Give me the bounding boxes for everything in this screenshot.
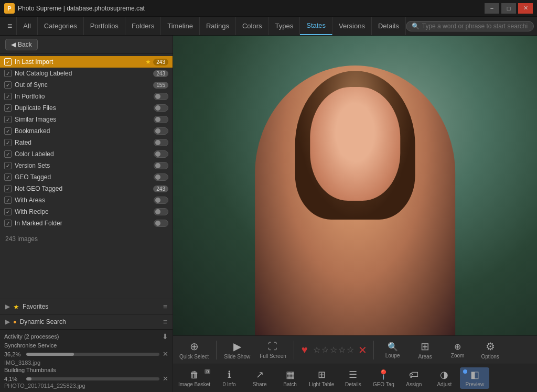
heart-icon[interactable]: ♥ (302, 344, 308, 356)
info-button[interactable]: ℹ 0 Info (214, 367, 244, 389)
tab-versions[interactable]: Versions (332, 17, 372, 35)
back-button[interactable]: ◀ Back (5, 39, 38, 50)
areas-button[interactable]: ⊞ Areas (410, 339, 441, 361)
tab-categories[interactable]: Categories (38, 17, 84, 35)
progress2-pct: 4,1% (4, 376, 23, 382)
reject-icon[interactable]: ✕ (358, 344, 367, 356)
toolbar1: ⊕ Quick Select ▶ Slide Show ⛶ Full Scree… (173, 335, 537, 364)
info-icon: ℹ (228, 369, 231, 380)
state-check: ✓ (4, 150, 12, 158)
adjust-button[interactable]: ◑ Adjust (429, 367, 459, 389)
tab-states[interactable]: States (300, 17, 332, 35)
state-item-not-geo-tagged[interactable]: ✓ Not GEO Tagged 243 (0, 183, 173, 194)
state-item-in-portfolio[interactable]: ✓ In Portfolio (0, 91, 173, 102)
close-button[interactable]: ✕ (518, 3, 533, 14)
state-item-not-catalog-labeled[interactable]: ✓ Not Catalog Labeled 243 (0, 68, 173, 79)
star2-icon[interactable]: ☆ (321, 345, 329, 355)
star3-icon[interactable]: ☆ (330, 345, 337, 355)
full-screen-button[interactable]: ⛶ Full Screen (255, 340, 291, 361)
zoom-button[interactable]: ⊕ Zoom (442, 340, 474, 360)
favorites-section[interactable]: ▶ ★ Favorites ≡ (0, 299, 173, 314)
preview-button[interactable]: ◧ Preview (460, 367, 489, 389)
tab-portfolios[interactable]: Portfolios (84, 17, 125, 35)
toggle-pill[interactable] (154, 208, 168, 215)
dynamic-search-label: Dynamic Search (20, 318, 163, 325)
tab-folders[interactable]: Folders (125, 17, 161, 35)
options-button[interactable]: ⚙ Options (475, 339, 506, 361)
image-basket-button[interactable]: 0 🗑 Image Basket (175, 368, 213, 389)
toggle-pill[interactable] (154, 173, 168, 181)
tab-colors[interactable]: Colors (236, 17, 269, 35)
state-badge: 243 (153, 186, 168, 192)
geo-tag-button[interactable]: 📍 GEO Tag (369, 367, 398, 389)
star1-icon[interactable]: ☆ (313, 345, 320, 355)
batch-icon: ▦ (286, 369, 295, 380)
toolbar2: 0 🗑 Image Basket ℹ 0 Info ↗ Share ▦ Batc… (173, 364, 537, 392)
search-bar[interactable]: 🔍 (406, 21, 534, 31)
options-label: Options (481, 354, 499, 360)
toggle-pill[interactable] (154, 139, 168, 146)
state-item-in-marked-folder[interactable]: ✓ In Marked Folder (0, 217, 173, 229)
state-label: Color Labeled (15, 150, 154, 158)
assign-button[interactable]: 🏷 Assign (399, 368, 428, 389)
progress1-close-button[interactable]: ✕ (163, 350, 168, 358)
maximize-button[interactable]: □ (501, 3, 516, 14)
state-label: Version Sets (15, 162, 154, 169)
state-check: ✓ (4, 185, 12, 192)
info-label: 0 Info (223, 382, 236, 387)
toggle-pill[interactable] (154, 220, 168, 227)
menu-icon[interactable]: ≡ (163, 318, 167, 326)
state-item-duplicate-files[interactable]: ✓ Duplicate Files (0, 102, 173, 114)
toggle-pill[interactable] (154, 127, 168, 135)
share-button[interactable]: ↗ Share (245, 367, 274, 389)
tab-details[interactable]: Details (372, 17, 406, 35)
state-label: With Recipe (15, 208, 154, 215)
state-label: Rated (15, 139, 154, 146)
hamburger-button[interactable]: ≡ (3, 21, 16, 31)
state-item-in-last-import[interactable]: ✓ In Last Import ★ 243 (0, 56, 173, 68)
state-item-similar-images[interactable]: ✓ Similar Images (0, 114, 173, 125)
state-check: ✓ (4, 104, 12, 112)
light-table-button[interactable]: ⊞ Light Table (306, 367, 337, 389)
quick-select-button[interactable]: ⊕ Quick Select (175, 339, 213, 361)
star4-icon[interactable]: ☆ (338, 345, 346, 355)
dynamic-search-section[interactable]: ▶ ● Dynamic Search ≡ (0, 314, 173, 330)
state-item-color-labeled[interactable]: ✓ Color Labeled (0, 148, 173, 160)
toggle-pill[interactable] (154, 116, 168, 123)
state-item-with-areas[interactable]: ✓ With Areas (0, 194, 173, 206)
star5-icon[interactable]: ☆ (347, 345, 354, 355)
preview-label: Preview (466, 382, 485, 387)
download-icon: ⬇ (162, 332, 168, 341)
tab-types[interactable]: Types (269, 17, 300, 35)
expand-arrow-icon: ▶ (5, 318, 10, 325)
tab-all[interactable]: All (16, 17, 37, 35)
tab-ratings[interactable]: Ratings (200, 17, 236, 35)
state-item-out-of-sync[interactable]: ✓ Out of Sync 155 (0, 79, 173, 91)
full-screen-icon: ⛶ (268, 341, 277, 352)
toggle-pill[interactable] (154, 197, 168, 204)
minimize-button[interactable]: − (485, 3, 499, 14)
options-icon: ⚙ (486, 340, 495, 353)
state-item-bookmarked[interactable]: ✓ Bookmarked (0, 125, 173, 137)
toggle-pill[interactable] (154, 162, 168, 169)
batch-button[interactable]: ▦ Batch (275, 367, 305, 389)
toggle-pill[interactable] (154, 150, 168, 158)
state-item-rated[interactable]: ✓ Rated (0, 137, 173, 148)
menu-icon[interactable]: ≡ (163, 302, 167, 311)
state-item-version-sets[interactable]: ✓ Version Sets (0, 160, 173, 171)
progress2-close-button[interactable]: ✕ (163, 375, 168, 383)
state-check: ✓ (4, 116, 12, 123)
adjust-icon: ◑ (440, 369, 448, 380)
star-rating: ☆ ☆ ☆ ☆ ☆ (313, 345, 354, 355)
tab-timeline[interactable]: Timeline (161, 17, 200, 35)
toggle-pill[interactable] (154, 93, 168, 100)
slide-show-button[interactable]: ▶ Slide Show (220, 339, 254, 361)
search-input[interactable] (422, 23, 528, 30)
state-item-with-recipe[interactable]: ✓ With Recipe (0, 206, 173, 217)
toggle-pill[interactable] (154, 104, 168, 112)
geo-tag-label: GEO Tag (373, 382, 394, 387)
state-item-geo-tagged[interactable]: ✓ GEO Tagged (0, 171, 173, 183)
loupe-button[interactable]: 🔍 Loupe (377, 340, 409, 360)
file2-label: PHOTO_20170114_225823.jpg (4, 383, 168, 389)
details-button[interactable]: ☰ Details (338, 367, 368, 389)
